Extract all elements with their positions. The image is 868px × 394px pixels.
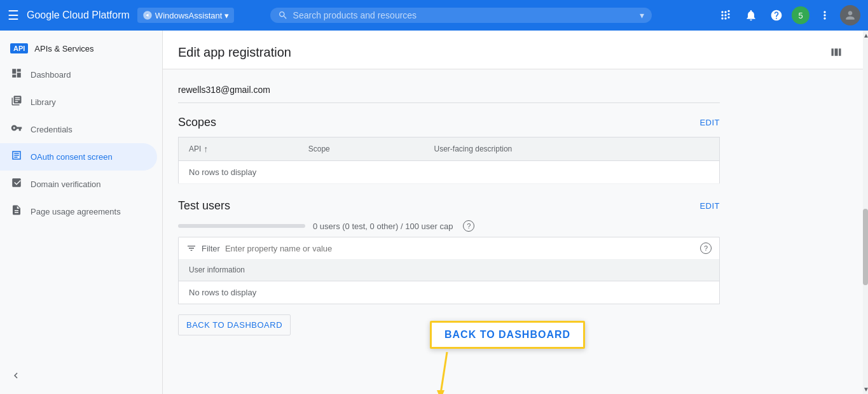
sidebar-item-library[interactable]: Library	[0, 88, 157, 116]
domain-icon	[10, 177, 23, 192]
search-icon	[278, 10, 288, 20]
empty-message: No rows to display	[179, 161, 720, 184]
content-body: rewells318@gmail.com Scopes EDIT API ↑	[163, 69, 735, 361]
credentials-icon	[10, 122, 23, 137]
project-name: WindowsAssistant	[155, 11, 222, 20]
page-usage-icon	[10, 204, 23, 219]
sidebar-service-label: APIs & Services	[34, 44, 93, 53]
search-input[interactable]	[293, 10, 635, 20]
panel-toggle[interactable]	[825, 41, 848, 64]
scopes-edit-button[interactable]: EDIT	[699, 118, 720, 127]
col-description: User-facing description	[424, 137, 720, 161]
table-row: No rows to display	[179, 281, 720, 304]
apps-icon[interactable]	[715, 5, 736, 25]
dashboard-icon	[10, 67, 23, 82]
col-user-info: User information	[179, 259, 720, 281]
scroll-thumb[interactable]	[863, 209, 868, 285]
help-icon[interactable]	[766, 5, 787, 25]
sidebar-item-label: OAuth consent screen	[31, 152, 113, 162]
more-options-icon[interactable]	[815, 5, 835, 25]
col-api[interactable]: API ↑	[179, 137, 298, 161]
sidebar-item-dashboard[interactable]: Dashboard	[0, 61, 157, 88]
nav-icons: 5	[715, 5, 860, 25]
sidebar-item-label: Domain verification	[31, 179, 101, 189]
scroll-up[interactable]: ▲	[863, 31, 868, 40]
library-icon	[10, 95, 23, 109]
table-row: No rows to display	[179, 161, 720, 184]
progress-container: 0 users (0 test, 0 other) / 100 user cap…	[178, 220, 720, 232]
sidebar-item-label: Dashboard	[31, 70, 71, 80]
progress-bar	[178, 224, 305, 228]
scopes-title: Scopes	[178, 116, 216, 129]
sidebar-item-credentials[interactable]: Credentials	[0, 116, 157, 143]
progress-help-icon[interactable]: ?	[463, 220, 474, 232]
test-users-edit-button[interactable]: EDIT	[699, 201, 720, 211]
collapse-btn[interactable]	[10, 365, 152, 386]
test-users-title: Test users	[178, 199, 230, 213]
content-area: Edit app registration rewells318@gmail.c…	[163, 31, 863, 394]
empty-message: No rows to display	[179, 281, 720, 304]
menu-icon[interactable]: ☰	[8, 8, 19, 23]
filter-help-icon[interactable]: ?	[700, 243, 712, 254]
test-users-section: Test users EDIT 0 users (0 test, 0 other…	[178, 199, 720, 335]
project-chevron[interactable]: ▾	[224, 11, 229, 20]
badge-number: 5	[798, 11, 803, 20]
oauth-icon	[10, 150, 23, 164]
test-users-header: Test users EDIT	[178, 199, 720, 213]
svg-marker-2	[437, 390, 444, 394]
project-selector[interactable]: WindowsAssistant ▾	[137, 8, 234, 23]
scroll-down[interactable]: ▼	[863, 384, 868, 394]
back-to-dashboard-button[interactable]: BACK TO DASHBOARD	[178, 314, 291, 335]
sidebar-item-page-usage[interactable]: Page usage agreements	[0, 198, 157, 225]
sidebar-collapse[interactable]	[0, 357, 162, 394]
sidebar-item-label: Credentials	[31, 125, 72, 134]
user-avatar[interactable]	[840, 5, 860, 25]
scopes-section: Scopes EDIT API ↑ Scope	[178, 116, 720, 184]
filter-row: Filter ?	[178, 237, 720, 259]
filter-input[interactable]	[225, 244, 692, 253]
scopes-table: API ↑ Scope User-facing description No r…	[178, 137, 720, 184]
progress-text: 0 users (0 test, 0 other) / 100 user cap	[313, 222, 453, 231]
sidebar-item-oauth[interactable]: OAuth consent screen	[0, 143, 157, 171]
notifications-icon[interactable]	[741, 5, 761, 25]
app-title: Google Cloud Platform	[27, 10, 130, 21]
email-display: rewells318@gmail.com	[178, 80, 720, 103]
users-table: User information No rows to display	[178, 259, 720, 304]
sidebar: API APIs & Services Dashboard Library Cr…	[0, 31, 163, 394]
sidebar-item-label: Library	[31, 97, 56, 107]
user-badge[interactable]: 5	[792, 6, 809, 24]
page-title: Edit app registration	[178, 45, 291, 60]
sort-icon[interactable]: ↑	[203, 144, 208, 154]
col-scope: Scope	[298, 137, 424, 161]
api-badge: API	[10, 43, 28, 53]
scrollbar[interactable]: ▲ ▼	[863, 31, 868, 394]
main-layout: API APIs & Services Dashboard Library Cr…	[0, 31, 868, 394]
sidebar-item-label: Page usage agreements	[31, 207, 121, 216]
search-bar[interactable]: ▾	[270, 8, 652, 23]
sidebar-header: API APIs & Services	[0, 36, 162, 61]
sidebar-item-domain[interactable]: Domain verification	[0, 171, 157, 198]
project-icon	[142, 10, 153, 20]
search-expand-icon[interactable]: ▾	[640, 10, 644, 20]
top-nav: ☰ Google Cloud Platform WindowsAssistant…	[0, 0, 868, 31]
filter-label: Filter	[202, 244, 220, 253]
scopes-header: Scopes EDIT	[178, 116, 720, 129]
filter-icon	[186, 243, 196, 253]
